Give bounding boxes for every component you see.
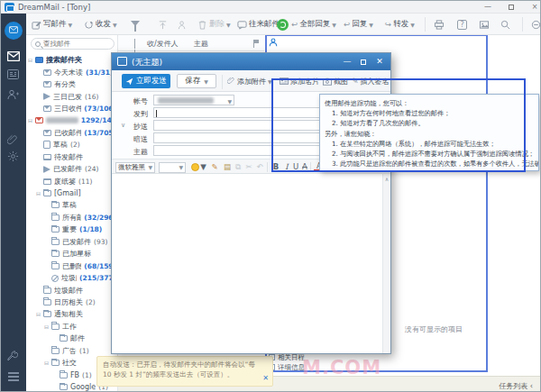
sidebar-folder[interactable]: 今天未读(31/31) [26, 66, 118, 77]
settings-gear-icon[interactable] [7, 150, 20, 163]
attachments-icon[interactable] [7, 134, 20, 147]
list-header-sender[interactable]: 收/发件人 [147, 39, 179, 49]
contacts-tab-icon[interactable] [7, 89, 20, 102]
mail-tab-icon[interactable] [7, 51, 20, 64]
cut-icon[interactable]: ✂ [243, 161, 254, 173]
sidebar-folder[interactable]: 废纸篓(11) [26, 175, 118, 187]
sidebar-folder[interactable]: ⊟工作 [26, 321, 118, 333]
search-input[interactable] [43, 40, 106, 48]
paste-icon[interactable]: ▤ [222, 161, 233, 173]
body-scrollbar[interactable]: ∧ [382, 174, 390, 353]
sidebar-folder[interactable]: 三日已发(16) [26, 90, 118, 102]
compose-mail-button[interactable]: 写邮件▼ [32, 18, 72, 31]
sidebar-folder[interactable]: 邮件 [26, 333, 118, 344]
menu-icon-line[interactable] [8, 376, 19, 378]
sidebar-folder[interactable]: 已发邮件(93) [26, 236, 118, 248]
magnifier-icon [500, 20, 510, 30]
undo-icon[interactable]: ↶ [254, 161, 265, 173]
font-size-select[interactable]: ▼ [159, 162, 186, 173]
sidebar-folder[interactable]: 草稿 [26, 199, 118, 211]
delete-button[interactable]: 删除▼ [197, 18, 231, 31]
correspondence-button[interactable]: 往来邮件 [237, 18, 280, 31]
paperclip-icon [227, 77, 235, 86]
contact-action-button[interactable] [178, 18, 188, 31]
sidebar-folder[interactable]: 所有邮件(32/296) [26, 212, 118, 223]
reply-all-button[interactable]: ↩ 全部回复▼ [291, 18, 336, 31]
insert-signature-button[interactable]: ✎ 插入签名 [352, 75, 390, 87]
zoom-button[interactable] [500, 18, 510, 31]
image-view-button[interactable] [479, 18, 489, 31]
compose-minimize-button[interactable]: — [340, 56, 354, 68]
cards-tab-icon[interactable] [7, 69, 20, 82]
sidebar-folder[interactable]: 垃圾邮件(215/377) [26, 272, 118, 284]
compose-body[interactable]: ∧ [113, 174, 390, 353]
note-close-icon[interactable]: ✕ [262, 373, 269, 383]
chevron-down-icon: ▼ [227, 98, 232, 105]
tree-expander-icon[interactable]: ⊟ [44, 324, 50, 330]
flag-icon[interactable] [253, 40, 254, 48]
compose-close-button[interactable]: ✕ [372, 56, 387, 68]
send-now-button[interactable]: 立即发送 [122, 74, 170, 88]
list-header-subject[interactable]: 主题 [194, 39, 208, 49]
sidebar-folder[interactable]: 日历相关(2) [26, 296, 118, 308]
tree-expander-icon[interactable]: ⊟ [36, 311, 42, 317]
menu-icon[interactable] [8, 372, 19, 374]
folder-folder-icon [51, 239, 60, 245]
wrench-icon[interactable] [7, 351, 20, 363]
folder-count: (11) [78, 178, 92, 186]
copy-icon[interactable]: ⧉ [233, 161, 243, 173]
filter-button[interactable] [131, 18, 140, 31]
help-button[interactable]: ? [457, 18, 467, 31]
sidebar-folder[interactable]: ⊟搜索邮件夹 [26, 54, 118, 66]
account-select[interactable]: ▼ [153, 95, 234, 105]
cc-label: 抄送 [123, 122, 148, 132]
save-button[interactable]: 保存▼ [177, 74, 216, 88]
tree-expander-icon[interactable]: ⊟ [36, 190, 42, 196]
move-message-button[interactable] [158, 18, 168, 31]
sidebar-folder[interactable]: 已加星标 [26, 248, 118, 260]
bold-button[interactable]: B [270, 161, 281, 173]
tree-expander-icon[interactable]: ⊟ [44, 360, 50, 366]
reply-button[interactable]: ↩ 回复▼ [344, 18, 373, 31]
compose-maximize-button[interactable] [356, 56, 371, 68]
sidebar-folder[interactable]: 已删除邮件(68/159) [26, 260, 118, 271]
sidebar-folder[interactable]: 有分类 [26, 78, 118, 90]
menu-icon-line[interactable] [8, 379, 19, 381]
maximize-button[interactable] [504, 3, 518, 12]
format-painter-icon[interactable]: ✎ [209, 161, 220, 173]
sidebar-folder[interactable]: ⊟[Gmail] [26, 187, 118, 199]
folder-folder-icon [51, 214, 60, 221]
add-card-button[interactable]: 添加名片 [280, 75, 319, 87]
sidebar-folder[interactable]: 重要(1/18) [26, 223, 118, 235]
screenshot-button[interactable]: 截图 [323, 75, 348, 87]
forward-button[interactable]: ↪ 转发▼ [385, 18, 415, 31]
strikethrough-button[interactable]: A [299, 161, 310, 173]
sync-status-icon[interactable] [277, 18, 289, 31]
search-box[interactable] [31, 38, 115, 50]
trash-folder-icon [43, 178, 51, 185]
close-button[interactable]: × [527, 3, 541, 12]
tree-expander-icon[interactable]: ⊟ [28, 57, 34, 63]
sidebar-folder[interactable]: ⊟通知相关 [26, 308, 118, 320]
sidebar-folder[interactable]: 三日收件(73/106) [26, 103, 118, 114]
print-button[interactable] [434, 18, 444, 31]
minimize-button[interactable]: — [481, 3, 495, 12]
sidebar-folder[interactable]: 已发邮件(24) [26, 163, 118, 175]
sidebar-folder[interactable]: 垃圾邮件 [26, 284, 118, 296]
compose-titlebar[interactable]: (无主题) — ✕ [112, 53, 390, 70]
send-receive-button[interactable]: 收发▼ [84, 18, 117, 31]
folder-folder-icon [60, 335, 68, 342]
font-select[interactable]: 微软雅黑▼ [115, 162, 155, 173]
sidebar-folder[interactable]: 草稿(2) [26, 139, 118, 150]
sidebar-folder[interactable]: 广告(1) [26, 345, 118, 357]
contact-icon[interactable] [269, 38, 278, 47]
emoji-dropdown-icon[interactable]: ▼ [200, 161, 206, 173]
tree-expander-icon[interactable]: ⊟ [28, 117, 34, 123]
add-attachment-button[interactable]: 添加附件▼ [227, 75, 272, 87]
sidebar-folder[interactable]: 待发邮件 [26, 151, 118, 163]
emoji-button[interactable] [191, 163, 199, 171]
sidebar-folder[interactable]: 已收邮件(13/705) [26, 127, 118, 139]
collapse-pane-button[interactable] [531, 18, 541, 31]
sidebar-folder[interactable]: ⊟1292/145 [26, 114, 118, 126]
task-list-toggle[interactable]: 任务列表 ‹ [499, 381, 533, 391]
